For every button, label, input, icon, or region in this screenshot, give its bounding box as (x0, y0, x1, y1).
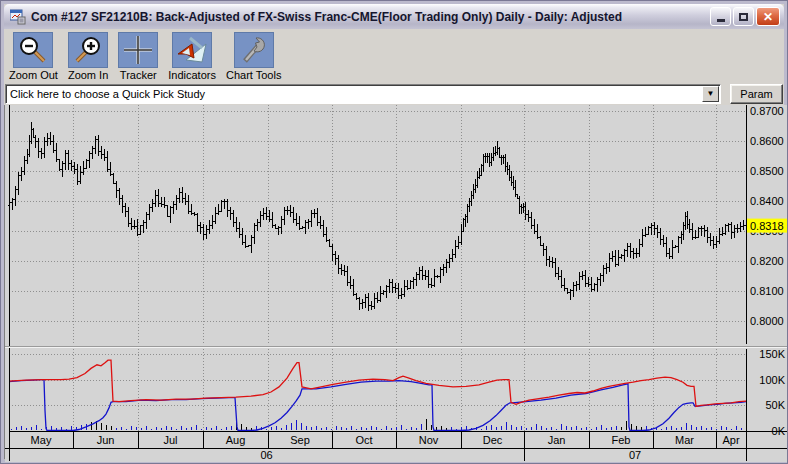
wrench-icon (234, 32, 274, 68)
maximize-button[interactable] (733, 7, 754, 26)
toolbar-label: Zoom Out (9, 69, 58, 81)
volume-oi-plot-area[interactable] (9, 349, 746, 431)
toolbar-label: Zoom In (68, 69, 108, 81)
maximize-icon (739, 13, 748, 21)
toolbar-label: Tracker (120, 69, 157, 81)
chart-tools-button[interactable]: Chart Tools (223, 31, 284, 82)
zoom-in-button[interactable]: Zoom In (65, 31, 111, 82)
app-icon (10, 9, 26, 25)
zoom-out-button[interactable]: Zoom Out (6, 31, 61, 82)
combobox-value: Click here to choose a Quick Pick Study (6, 88, 701, 100)
title-bar[interactable]: Com #127 SF21210B: Back-Adjusted of FX-S… (4, 4, 784, 29)
zoom-in-icon (68, 32, 108, 68)
quick-pick-study-combobox[interactable]: Click here to choose a Quick Pick Study … (5, 84, 721, 104)
minimize-button[interactable] (710, 7, 731, 26)
window-title: Com #127 SF21210B: Back-Adjusted of FX-S… (31, 10, 706, 24)
minimize-icon (717, 19, 725, 22)
chevron-down-icon[interactable]: ▼ (702, 86, 719, 102)
window-controls: ✕ (710, 7, 780, 26)
tracker-crosshair-icon (118, 32, 158, 68)
toolbar: Zoom Out Zoom In (4, 29, 784, 82)
application-window: Com #127 SF21210B: Back-Adjusted of FX-S… (0, 0, 788, 464)
indicators-drafting-icon (172, 32, 212, 68)
close-icon: ✕ (763, 11, 773, 23)
toolbar-label: Chart Tools (226, 69, 281, 81)
quick-pick-row: Click here to choose a Quick Pick Study … (4, 82, 784, 105)
tracker-button[interactable]: Tracker (115, 31, 161, 82)
close-button[interactable]: ✕ (756, 7, 780, 26)
toolbar-label: Indicators (168, 69, 216, 81)
param-button[interactable]: Param (730, 84, 783, 104)
zoom-out-icon (13, 32, 53, 68)
indicators-button[interactable]: Indicators (165, 31, 219, 82)
price-plot-area[interactable] (9, 105, 746, 344)
